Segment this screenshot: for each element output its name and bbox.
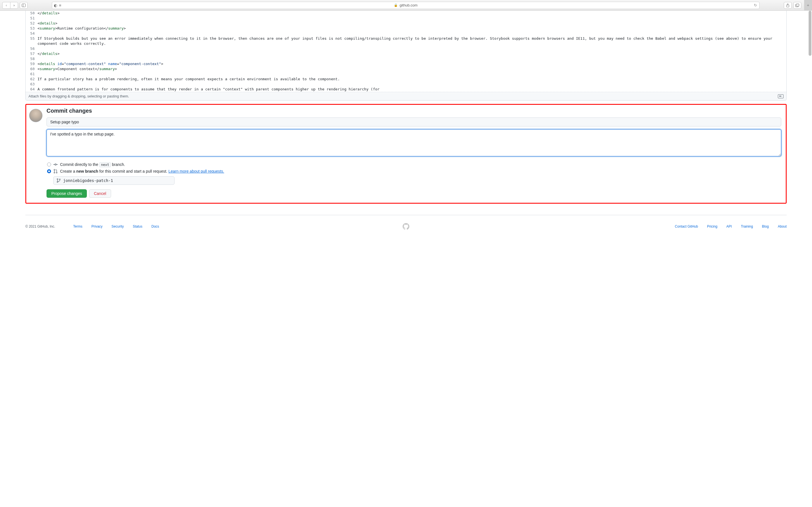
footer-link-training[interactable]: Training [741,224,753,228]
footer-link-security[interactable]: Security [112,224,124,228]
code-line[interactable]: 62If a particular story has a problem re… [26,76,786,82]
code-line[interactable]: 59<details id="component-context" name="… [26,61,786,66]
commit-description-textarea[interactable] [47,129,781,156]
svg-point-9 [54,172,55,173]
code-line[interactable]: 50</details> [26,11,786,16]
radio-checked-icon [47,169,51,173]
branch-name-value: jonniebigodes-patch-1 [63,178,113,183]
url-host: github.com [400,3,417,7]
footer-link-pricing[interactable]: Pricing [707,224,718,228]
browser-toolbar: ‹ › ◐ ≡ 🔒 github.com ↻ ＋ [0,0,812,11]
commit-changes-panel: Commit changes Commit directly to the ne… [26,104,786,204]
svg-point-5 [55,164,56,165]
code-line[interactable]: 56 [26,46,786,51]
svg-point-11 [57,179,58,180]
tabs-button[interactable] [794,2,801,9]
git-branch-icon [56,178,61,183]
new-tab-button[interactable]: ＋ [804,0,812,11]
code-line[interactable]: 57</details> [26,51,786,56]
footer-link-docs[interactable]: Docs [151,224,159,228]
radio-commit-direct[interactable]: Commit directly to the next branch. [47,161,781,168]
forward-button[interactable]: › [10,2,18,9]
code-lines[interactable]: 50</details>5152<details>53<summary>Runt… [26,11,786,92]
code-line[interactable]: 53<summary>Runtime configuration</summar… [26,26,786,31]
code-line[interactable]: 51 [26,16,786,21]
radio-create-branch[interactable]: Create a new branch for this commit and … [47,168,781,175]
svg-point-8 [54,169,55,170]
radio-direct-label: Commit directly to the next branch. [60,162,125,167]
git-pull-request-icon [53,169,58,173]
code-line[interactable]: 54 [26,31,786,36]
cancel-button[interactable]: Cancel [89,189,111,198]
copyright: © 2021 GitHub, Inc. [26,224,55,228]
footer-link-blog[interactable]: Blog [762,224,769,228]
address-bar[interactable]: ◐ ≡ 🔒 github.com ↻ [52,2,760,9]
code-line[interactable]: 52<details> [26,21,786,26]
svg-point-12 [57,181,58,182]
code-line[interactable]: 64A common frontend pattern is for compo… [26,87,786,92]
footer-link-about[interactable]: About [778,224,786,228]
code-line[interactable]: 61 [26,71,786,76]
radio-newbranch-label: Create a new branch for this commit and … [60,169,224,173]
code-line[interactable]: 58 [26,56,786,61]
sidebar-toggle-button[interactable] [20,2,28,9]
radio-unchecked-icon [47,163,51,166]
vertical-scrollbar[interactable] [809,11,811,56]
branch-name-input[interactable]: jonniebigodes-patch-1 [53,176,174,185]
attach-hint: Attach files by dragging & dropping, sel… [29,94,129,98]
footer-link-api[interactable]: API [726,224,732,228]
commit-summary-input[interactable] [47,117,781,126]
page-footer: © 2021 GitHub, Inc. TermsPrivacySecurity… [26,215,786,233]
avatar[interactable] [29,109,43,122]
back-button[interactable]: ‹ [2,2,10,9]
code-line[interactable]: 60<summary>Component context</summary> [26,66,786,71]
github-logo-icon [403,223,409,230]
lock-icon: 🔒 [394,3,398,7]
commit-heading: Commit changes [47,108,781,114]
code-line[interactable]: 55If Storybook builds but you see an err… [26,36,786,46]
attach-files-bar[interactable]: Attach files by dragging & dropping, sel… [26,92,786,100]
markdown-icon[interactable]: M↓ [778,94,783,98]
learn-pull-requests-link[interactable]: Learn more about pull requests. [168,169,224,173]
svg-rect-4 [796,4,799,6]
svg-rect-0 [22,4,26,7]
git-commit-icon [53,162,58,167]
code-line[interactable]: 63 [26,82,786,87]
footer-link-contact-github[interactable]: Contact GitHub [675,224,698,228]
svg-point-13 [59,179,60,180]
svg-point-10 [56,172,57,173]
footer-link-terms[interactable]: Terms [73,224,83,228]
propose-changes-button[interactable]: Propose changes [47,189,87,198]
footer-link-privacy[interactable]: Privacy [91,224,102,228]
share-button[interactable] [784,2,792,9]
reader-mode-icon[interactable]: ≡ [59,3,61,8]
reload-icon[interactable]: ↻ [754,3,757,7]
footer-link-status[interactable]: Status [133,224,142,228]
file-editor: 50</details>5152<details>53<summary>Runt… [26,11,786,101]
privacy-shield-icon[interactable]: ◐ [54,3,57,8]
